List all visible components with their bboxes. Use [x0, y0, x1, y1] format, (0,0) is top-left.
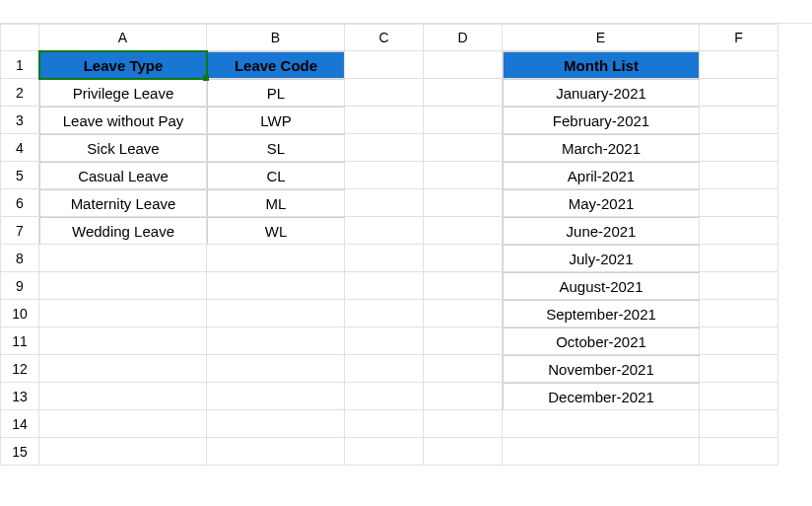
- row-header-7[interactable]: 7: [0, 217, 39, 245]
- cell-B1[interactable]: Leave Code: [207, 51, 345, 79]
- cell-E12[interactable]: November-2021: [503, 355, 700, 383]
- cell-C4[interactable]: [345, 134, 424, 162]
- cell-F4[interactable]: [700, 134, 778, 162]
- cell-B15[interactable]: [207, 438, 345, 466]
- cell-D12[interactable]: [424, 355, 503, 383]
- cell-B2[interactable]: PL: [207, 79, 345, 107]
- cell-B6[interactable]: ML: [207, 189, 345, 217]
- cell-A13[interactable]: [39, 383, 207, 410]
- cell-F8[interactable]: [700, 245, 778, 272]
- cell-F1[interactable]: [700, 51, 778, 79]
- cell-D10[interactable]: [424, 300, 503, 327]
- formula-bar[interactable]: [0, 0, 812, 24]
- cell-B10[interactable]: [207, 300, 345, 327]
- cell-F15[interactable]: [700, 438, 778, 466]
- select-all-corner[interactable]: [0, 24, 39, 51]
- cell-B5[interactable]: CL: [207, 162, 345, 189]
- cell-A11[interactable]: [39, 327, 207, 355]
- cell-D6[interactable]: [424, 189, 503, 217]
- cell-B11[interactable]: [207, 327, 345, 355]
- cell-B3[interactable]: LWP: [207, 107, 345, 134]
- row-header-9[interactable]: 9: [0, 272, 39, 300]
- cell-D13[interactable]: [424, 383, 503, 410]
- row-header-15[interactable]: 15: [0, 438, 39, 466]
- cell-C7[interactable]: [345, 217, 424, 245]
- cell-D14[interactable]: [424, 410, 503, 438]
- cell-C10[interactable]: [345, 300, 424, 327]
- cell-E13[interactable]: December-2021: [503, 383, 700, 410]
- row-header-4[interactable]: 4: [0, 134, 39, 162]
- cell-D2[interactable]: [424, 79, 503, 107]
- cell-E7[interactable]: June-2021: [503, 217, 700, 245]
- cell-F10[interactable]: [700, 300, 778, 327]
- row-header-6[interactable]: 6: [0, 189, 39, 217]
- cell-F6[interactable]: [700, 189, 778, 217]
- cell-A5[interactable]: Casual Leave: [39, 162, 207, 189]
- cell-A6[interactable]: Maternity Leave: [39, 189, 207, 217]
- cell-C3[interactable]: [345, 107, 424, 134]
- cell-E4[interactable]: March-2021: [503, 134, 700, 162]
- row-header-14[interactable]: 14: [0, 410, 39, 438]
- cell-A15[interactable]: [39, 438, 207, 466]
- cell-F2[interactable]: [700, 79, 778, 107]
- cell-B4[interactable]: SL: [207, 134, 345, 162]
- cell-C1[interactable]: [345, 51, 424, 79]
- cell-E3[interactable]: February-2021: [503, 107, 700, 134]
- cell-B8[interactable]: [207, 245, 345, 272]
- cell-E14[interactable]: [503, 410, 700, 438]
- cell-A4[interactable]: Sick Leave: [39, 134, 207, 162]
- cell-D15[interactable]: [424, 438, 503, 466]
- row-header-2[interactable]: 2: [0, 79, 39, 107]
- cell-E6[interactable]: May-2021: [503, 189, 700, 217]
- cell-E5[interactable]: April-2021: [503, 162, 700, 189]
- cell-F14[interactable]: [700, 410, 778, 438]
- row-header-10[interactable]: 10: [0, 300, 39, 327]
- cell-E10[interactable]: September-2021: [503, 300, 700, 327]
- cell-D11[interactable]: [424, 327, 503, 355]
- cell-C14[interactable]: [345, 410, 424, 438]
- cell-F7[interactable]: [700, 217, 778, 245]
- cell-C12[interactable]: [345, 355, 424, 383]
- cell-F5[interactable]: [700, 162, 778, 189]
- col-header-F[interactable]: F: [700, 24, 778, 51]
- cell-A8[interactable]: [39, 245, 207, 272]
- cell-E1[interactable]: Month List: [503, 51, 700, 79]
- cell-E8[interactable]: July-2021: [503, 245, 700, 272]
- cell-C2[interactable]: [345, 79, 424, 107]
- cell-A9[interactable]: [39, 272, 207, 300]
- cell-A2[interactable]: Privilege Leave: [39, 79, 207, 107]
- cell-B13[interactable]: [207, 383, 345, 410]
- row-header-13[interactable]: 13: [0, 383, 39, 410]
- cell-C11[interactable]: [345, 327, 424, 355]
- col-header-C[interactable]: C: [345, 24, 424, 51]
- cell-B14[interactable]: [207, 410, 345, 438]
- cell-F12[interactable]: [700, 355, 778, 383]
- cell-A1[interactable]: Leave Type: [39, 51, 207, 79]
- cell-D1[interactable]: [424, 51, 503, 79]
- cell-A3[interactable]: Leave without Pay: [39, 107, 207, 134]
- cell-D7[interactable]: [424, 217, 503, 245]
- row-header-11[interactable]: 11: [0, 327, 39, 355]
- cell-A10[interactable]: [39, 300, 207, 327]
- cell-F11[interactable]: [700, 327, 778, 355]
- cell-E9[interactable]: August-2021: [503, 272, 700, 300]
- cell-D5[interactable]: [424, 162, 503, 189]
- cell-F3[interactable]: [700, 107, 778, 134]
- cell-F13[interactable]: [700, 383, 778, 410]
- cell-B7[interactable]: WL: [207, 217, 345, 245]
- col-header-B[interactable]: B: [207, 24, 345, 51]
- cell-C5[interactable]: [345, 162, 424, 189]
- cell-D3[interactable]: [424, 107, 503, 134]
- fill-handle[interactable]: [203, 75, 209, 81]
- cell-D8[interactable]: [424, 245, 503, 272]
- cell-A12[interactable]: [39, 355, 207, 383]
- cell-E15[interactable]: [503, 438, 700, 466]
- row-header-1[interactable]: 1: [0, 51, 39, 79]
- cell-D9[interactable]: [424, 272, 503, 300]
- cell-A14[interactable]: [39, 410, 207, 438]
- cell-A7[interactable]: Wedding Leave: [39, 217, 207, 245]
- cell-B12[interactable]: [207, 355, 345, 383]
- cell-B9[interactable]: [207, 272, 345, 300]
- cell-C15[interactable]: [345, 438, 424, 466]
- col-header-E[interactable]: E: [503, 24, 700, 51]
